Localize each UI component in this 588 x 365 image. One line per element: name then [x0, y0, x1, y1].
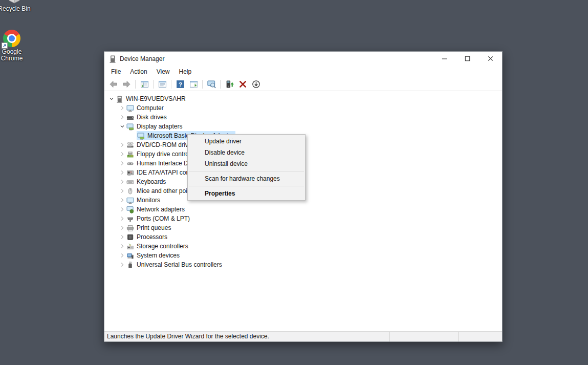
- maximize-button[interactable]: [456, 52, 479, 66]
- scan-for-hardware-changes-button[interactable]: [205, 79, 217, 90]
- tree-row[interactable]: Print queues: [104, 223, 502, 232]
- action-pane-icon: [189, 80, 198, 89]
- system-device-icon: [126, 252, 134, 260]
- menu-action[interactable]: Action: [125, 66, 151, 78]
- chevron-right-icon[interactable]: [119, 233, 126, 241]
- chevron-right-icon[interactable]: [119, 150, 126, 158]
- tree-row[interactable]: Universal Serial Bus controllers: [104, 260, 502, 269]
- window-title: Device Manager: [120, 55, 433, 62]
- chevron-down-icon[interactable]: [119, 122, 126, 131]
- tree-item[interactable]: Storage controllers: [126, 242, 190, 251]
- chevron-right-icon[interactable]: [119, 205, 126, 213]
- tree-item[interactable]: Monitors: [126, 196, 162, 205]
- chevron-right-icon[interactable]: [119, 214, 126, 223]
- context-menu-item-scan-for-hardware-changes[interactable]: Scan for hardware changes: [188, 173, 305, 184]
- update-driver-button[interactable]: [223, 79, 235, 90]
- tree-item[interactable]: Disk drives: [126, 113, 168, 122]
- maximize-icon: [464, 55, 471, 62]
- back-button[interactable]: [107, 79, 119, 90]
- update-driver-icon: [225, 80, 234, 89]
- tree-item-label: Ports (COM & LPT): [137, 214, 190, 223]
- close-button[interactable]: [479, 52, 502, 66]
- chevron-right-icon[interactable]: [119, 196, 126, 204]
- desktop: { "desktop": { "background_color": "#4c5…: [0, 0, 588, 365]
- desktop-icon-google-chrome[interactable]: Google Chrome: [0, 30, 30, 62]
- recycle-bin-icon[interactable]: [8, 0, 21, 4]
- toolbar-separator: [202, 80, 203, 89]
- tree-item[interactable]: Ports (COM & LPT): [126, 214, 191, 223]
- tree-item[interactable]: Network adapters: [126, 205, 186, 214]
- status-bar: Launches the Update Driver Wizard for th…: [104, 331, 502, 341]
- tree-item[interactable]: Keyboards: [126, 177, 167, 186]
- context-menu-item-disable-device[interactable]: Disable device: [188, 147, 305, 158]
- chevron-right-icon[interactable]: [119, 242, 126, 250]
- tree-item-label: WIN-E9VUEDVSAHR: [126, 94, 186, 103]
- show-action-pane-button[interactable]: [187, 79, 200, 90]
- chevron-right-icon[interactable]: [119, 224, 126, 232]
- tree-item[interactable]: Display adapters: [126, 122, 184, 131]
- chrome-icon-center: [9, 35, 15, 41]
- tree-row[interactable]: Computer: [104, 103, 502, 113]
- minimize-icon: [441, 55, 448, 62]
- menu-view[interactable]: View: [152, 66, 175, 78]
- toolbar: ?: [104, 78, 502, 91]
- tree-item-label: System devices: [137, 251, 180, 260]
- context-menu-item-uninstall-device[interactable]: Uninstall device: [188, 158, 305, 169]
- title-bar[interactable]: Device Manager: [104, 52, 502, 66]
- tree-row[interactable]: Display adapters: [104, 122, 502, 131]
- arrow-left-icon: [109, 80, 118, 89]
- tree-item[interactable]: Universal Serial Bus controllers: [126, 260, 224, 269]
- chevron-right-icon[interactable]: [119, 251, 126, 260]
- recycle-bin-label: Recycle Bin: [0, 6, 33, 12]
- chevron-right-icon[interactable]: [119, 159, 126, 167]
- ide-controller-icon: [126, 169, 134, 177]
- tree-item-label: Network adapters: [137, 205, 185, 214]
- chevron-right-icon[interactable]: [119, 178, 126, 186]
- monitor-icon: [126, 197, 134, 204]
- tree-item[interactable]: Print queues: [126, 223, 172, 232]
- chrome-label: Google Chrome: [0, 49, 30, 62]
- tree-item-label: Display adapters: [137, 122, 182, 131]
- uninstall-device-button[interactable]: [236, 79, 249, 90]
- properties-window-icon: [158, 80, 167, 89]
- tree-item[interactable]: DVD/CD-ROM drives: [126, 140, 196, 149]
- chevron-right-icon[interactable]: [119, 113, 126, 121]
- tree-row[interactable]: Disk drives: [104, 113, 502, 122]
- tree-row[interactable]: WIN-E9VUEDVSAHR: [104, 94, 502, 103]
- chevron-right-icon[interactable]: [119, 187, 126, 195]
- display-adapter-icon: [137, 132, 145, 140]
- network-adapter-icon: [126, 206, 134, 213]
- tree-item[interactable]: Computer: [126, 103, 165, 113]
- tree-row[interactable]: Storage controllers: [104, 242, 502, 251]
- tree-row[interactable]: Processors: [104, 232, 502, 242]
- help-button[interactable]: ?: [174, 79, 186, 90]
- chevron-down-icon[interactable]: [108, 95, 115, 103]
- toolbar-separator: [153, 80, 154, 89]
- menu-help[interactable]: Help: [175, 66, 197, 78]
- desktop-icon-recycle-bin[interactable]: Recycle Bin: [0, 0, 33, 12]
- disable-device-button[interactable]: [250, 79, 262, 90]
- tree-item[interactable]: System devices: [126, 251, 181, 260]
- properties-button[interactable]: [156, 79, 168, 90]
- context-menu-item-properties[interactable]: Properties: [188, 188, 305, 199]
- tree-item-label: Computer: [137, 103, 164, 113]
- tree-row[interactable]: Network adapters: [104, 205, 502, 214]
- close-icon: [487, 55, 494, 62]
- chevron-right-icon[interactable]: [119, 168, 126, 177]
- device-tree-pane: WIN-E9VUEDVSAHRComputerDisk drivesDispla…: [104, 91, 502, 331]
- tree-item-label: Processors: [137, 232, 167, 242]
- menu-file[interactable]: File: [106, 66, 125, 78]
- uninstall-x-icon: [238, 80, 247, 89]
- show-console-tree-button[interactable]: [138, 79, 150, 90]
- tree-row[interactable]: System devices: [104, 251, 502, 260]
- context-menu-item-update-driver[interactable]: Update driver: [188, 136, 305, 147]
- chrome-icon[interactable]: [3, 30, 20, 47]
- forward-button[interactable]: [120, 79, 133, 90]
- chevron-right-icon[interactable]: [119, 141, 126, 149]
- minimize-button[interactable]: [433, 52, 456, 66]
- chevron-right-icon[interactable]: [119, 104, 126, 112]
- tree-item[interactable]: WIN-E9VUEDVSAHR: [115, 94, 187, 103]
- tree-row[interactable]: Ports (COM & LPT): [104, 214, 502, 223]
- tree-item[interactable]: Processors: [126, 232, 169, 242]
- chevron-right-icon[interactable]: [119, 261, 126, 269]
